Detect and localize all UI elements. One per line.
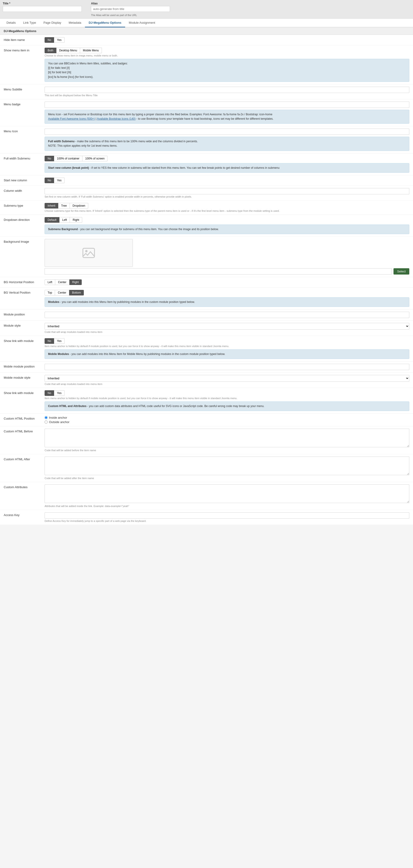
start-new-column-btngroup: No Yes <box>44 178 409 183</box>
custom-html-before-row: Custom HTML Before Code that will be add… <box>0 426 413 454</box>
show-link-module-no[interactable]: No <box>44 338 54 344</box>
tab-module-assignment[interactable]: Module Assignment <box>125 19 159 27</box>
radio-outside[interactable] <box>44 421 47 424</box>
custom-attributes-hint: Attributes that will be added inside the… <box>44 505 409 507</box>
show-link-module-yes[interactable]: Yes <box>54 338 65 344</box>
show-menu-item-in-row: Show menu item in Both Desktop Menu Mobi… <box>0 45 413 84</box>
full-width-container[interactable]: 100% of container <box>54 156 82 161</box>
tab-link-type[interactable]: Link Type <box>20 19 40 27</box>
custom-html-position-radiogroup: Inside anchor Outside anchor <box>44 416 409 424</box>
full-width-submenu-btngroup: No 100% of container 100% of screen <box>44 156 409 161</box>
bg-vert-bottom[interactable]: Bottom <box>69 290 84 296</box>
module-style-select[interactable]: Inherited <box>44 323 409 330</box>
radio-inside-label[interactable]: Inside anchor <box>44 416 409 420</box>
image-select-button[interactable]: Select <box>393 268 409 275</box>
access-key-input[interactable] <box>44 512 409 519</box>
image-placeholder-icon <box>82 246 96 260</box>
dropdown-left[interactable]: Left <box>60 217 70 223</box>
modules-info-box: Modules - you can add modules into this … <box>44 297 409 307</box>
bg-vert-top[interactable]: Top <box>44 290 55 296</box>
column-width-control: Set first or new column width. If 'Full … <box>44 188 409 198</box>
menu-badge-row: Menu badge Menu Icon - set Font Awesome … <box>0 99 413 126</box>
module-position-input[interactable] <box>44 312 409 318</box>
hide-item-name-control: No Yes <box>44 37 409 43</box>
tab-dj-megamenu[interactable]: DJ-MegaMenu Options <box>85 19 125 27</box>
tab-details[interactable]: Details <box>3 19 20 27</box>
alias-input[interactable] <box>91 6 170 12</box>
bg-horiz-center[interactable]: Center <box>55 279 69 285</box>
title-input[interactable] <box>3 6 82 12</box>
access-key-row: Access Key Define Access Key for immedia… <box>0 510 413 525</box>
mobile-modules-bold: Mobile Modules <box>48 352 69 356</box>
full-width-screen[interactable]: 100% of screen <box>82 156 107 161</box>
module-style-control: Inherited Code that will wrap modules lo… <box>44 323 409 333</box>
dropdown-right[interactable]: Right <box>70 217 82 223</box>
full-width-text: - make the submenu of this menu item to … <box>75 140 198 143</box>
submenu-bg-info: Submenu Background - you can set backgro… <box>44 224 409 234</box>
start-new-column-row: Start new column No Yes <box>0 175 413 186</box>
menu-badge-input[interactable] <box>44 101 409 108</box>
show-link-module-btngroup: No Yes <box>44 338 409 344</box>
show-menu-mobile[interactable]: Mobile Menu <box>80 48 102 53</box>
modules-bold: Modules <box>48 300 60 304</box>
start-new-column-no[interactable]: No <box>44 178 54 183</box>
modules-text: - you can add modules into this Menu Ite… <box>60 300 195 304</box>
image-path-input[interactable] <box>44 268 392 275</box>
bbcode-line0: [i] for italic text [/i] <box>48 66 70 69</box>
column-width-label: Column width <box>4 188 41 192</box>
dropdown-default[interactable]: Default <box>44 217 60 223</box>
alias-hint: The Alias will be used as part of the UR… <box>91 14 410 17</box>
tab-metadata[interactable]: Metadata <box>65 19 85 27</box>
custom-attributes-control: Attributes that will be added inside the… <box>44 485 409 507</box>
background-image-control: Select <box>44 239 409 275</box>
image-select-row: Select <box>44 268 409 275</box>
submenu-bg-text: - you can set background image for subme… <box>78 227 219 231</box>
full-width-no[interactable]: No <box>44 156 54 161</box>
submenu-type-dropdown[interactable]: Dropdown <box>70 203 89 209</box>
submenu-type-inherit[interactable]: Inherit <box>44 203 58 209</box>
submenu-type-tree[interactable]: Tree <box>58 203 70 209</box>
alias-label: Alias <box>91 2 410 5</box>
custom-html-after-control: Code that will be added after the item n… <box>44 457 409 479</box>
show-menu-hint: Choose to show menu item in mega menu, m… <box>44 54 409 57</box>
main-content: DJ-MegaMenu Options Hide item name No Ye… <box>0 27 413 525</box>
show-menu-both[interactable]: Both <box>44 48 57 53</box>
custom-html-before-input[interactable] <box>44 429 409 447</box>
radio-inside[interactable] <box>44 416 47 419</box>
access-key-label: Access Key <box>4 512 41 517</box>
mobile-module-style-select[interactable]: Inherited <box>44 375 409 382</box>
bbcode-line2: [ico] fa fa-home [/ico] (for font icons)… <box>48 75 93 79</box>
bootstrap-link[interactable]: Available Bootstrap Icons (140) <box>97 117 136 120</box>
show-link-module-mobile-no[interactable]: No <box>44 390 54 396</box>
tab-page-display[interactable]: Page Display <box>40 19 65 27</box>
start-new-col-bold: Start new column (break point) <box>48 166 89 169</box>
show-link-module-mobile-yes[interactable]: Yes <box>54 390 65 396</box>
custom-html-after-row: Custom HTML After Code that will be adde… <box>0 454 413 482</box>
show-menu-item-label: Show menu item in <box>4 48 41 52</box>
hide-item-name-btngroup: No Yes <box>44 37 409 43</box>
font-awesome-link[interactable]: Available Font Awesome Icons (500+) <box>48 117 95 120</box>
start-new-column-yes[interactable]: Yes <box>54 178 65 183</box>
dropdown-direction-btngroup: Default Left Right <box>44 217 409 223</box>
menu-subtitle-input[interactable] <box>44 87 409 93</box>
custom-html-text: - you can add custom data attributes and… <box>87 404 265 408</box>
mobile-module-style-row: Mobile module style Inherited Code that … <box>0 373 413 388</box>
bg-vert-center[interactable]: Center <box>55 290 69 296</box>
hide-item-name-label: Hide item name <box>4 37 41 41</box>
hide-item-name-yes[interactable]: Yes <box>54 37 65 43</box>
custom-attributes-input[interactable] <box>44 485 409 503</box>
mobile-module-position-input[interactable] <box>44 364 409 370</box>
menu-icon-input[interactable] <box>44 129 409 135</box>
dropdown-direction-control: Default Left Right Submenu Background - … <box>44 217 409 234</box>
column-width-input[interactable] <box>44 188 409 194</box>
bg-horizontal-row: BG Horizontal Position Left Center Right <box>0 277 413 287</box>
hide-item-name-no[interactable]: No <box>44 37 54 43</box>
custom-html-after-input[interactable] <box>44 457 409 475</box>
bg-horiz-right[interactable]: Right <box>69 279 82 285</box>
show-menu-desktop[interactable]: Desktop Menu <box>57 48 80 53</box>
radio-outside-label[interactable]: Outside anchor <box>44 420 409 424</box>
menu-subtitle-row: Menu Subtitle This text will be displaye… <box>0 84 413 99</box>
mobile-module-position-control <box>44 364 409 370</box>
bg-horiz-left[interactable]: Left <box>44 279 55 285</box>
custom-attributes-label: Custom Attributes <box>4 485 41 489</box>
